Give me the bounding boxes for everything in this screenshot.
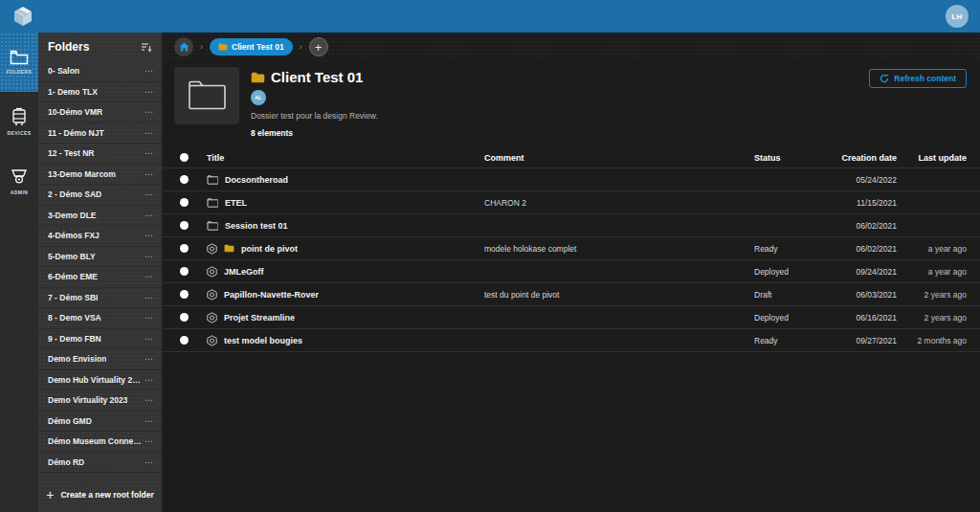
devices-icon	[11, 107, 28, 126]
app-logo-cube-icon[interactable]	[11, 4, 36, 29]
app-root: LH FOLDERS DEVICES	[0, 0, 980, 512]
sidebar-folder-label: Demo Virtuality 2023	[48, 395, 127, 405]
table-row[interactable]: Papillon-Navette-Rover test du point de …	[163, 283, 980, 306]
sidebar-folder-item[interactable]: 5-Demo BLY ⋯	[38, 247, 162, 268]
sidebar-folder-label: 1- Demo TLX	[48, 87, 98, 97]
sidebar-folder-item[interactable]: 4-Démos FXJ ⋯	[38, 226, 162, 247]
sidebar-folder-item[interactable]: 8 - Demo VSA ⋯	[38, 308, 162, 329]
folder-options-icon[interactable]: ⋯	[145, 87, 154, 97]
row-checkbox[interactable]	[180, 290, 189, 299]
folder-options-icon[interactable]: ⋯	[145, 334, 154, 344]
breadcrumb-add-button[interactable]: +	[309, 37, 328, 56]
sidebar-folder-item[interactable]: Démo Museum Connection ⋯	[38, 432, 162, 453]
folder-options-icon[interactable]: ⋯	[145, 313, 154, 323]
row-status: Ready	[754, 244, 836, 254]
folder-options-icon[interactable]: ⋯	[145, 293, 154, 302]
sidebar-folder-item[interactable]: 12 - Test NR ⋯	[38, 144, 162, 165]
sidebar-folder-item[interactable]: 13-Demo Marcom ⋯	[38, 165, 162, 186]
sidebar-folder-item[interactable]: Demo Envision ⋯	[38, 349, 162, 370]
table-row[interactable]: Docsontheroad 05/24/2022	[163, 168, 980, 191]
folder-title: Client Test 01	[271, 69, 363, 85]
folder-options-icon[interactable]: ⋯	[145, 354, 154, 364]
row-creation-date: 06/02/2021	[836, 244, 908, 254]
folder-options-icon[interactable]: ⋯	[145, 457, 154, 467]
sidebar-folder-item[interactable]: Demo Virtuality 2023 ⋯	[38, 390, 162, 412]
column-header-creation-date[interactable]: Creation date	[836, 153, 908, 163]
sidebar-folder-item[interactable]: 7 - Démo SBI ⋯	[38, 288, 162, 309]
sidebar-folder-item[interactable]: 3-Demo DLE ⋯	[38, 206, 162, 227]
row-last-update: a year ago	[908, 244, 980, 254]
folder-options-icon[interactable]: ⋯	[145, 375, 154, 385]
folder-options-icon[interactable]: ⋯	[145, 416, 154, 426]
table-row[interactable]: test model bougies Ready 09/27/2021 2 mo…	[163, 329, 980, 352]
folder-description: Dossier test pour la design Review.	[251, 111, 858, 121]
refresh-content-button[interactable]: Refresh content	[869, 69, 967, 88]
row-checkbox[interactable]	[180, 313, 189, 322]
refresh-label: Refresh content	[894, 74, 956, 83]
create-root-folder-button[interactable]: + Create a new root folder	[46, 487, 154, 502]
breadcrumb-home-button[interactable]	[174, 37, 193, 56]
folder-options-icon[interactable]: ⋯	[145, 436, 154, 446]
sidebar-folder-label: 3-Demo DLE	[48, 211, 97, 220]
sidebar-folder-item[interactable]: 11 - Démo NJT ⋯	[38, 123, 162, 145]
sidebar-folder-label: 12 - Test NR	[48, 148, 95, 158]
row-checkbox[interactable]	[180, 175, 189, 184]
sidebar-folder-item[interactable]: 2 - Démo SAD ⋯	[38, 185, 162, 206]
folder-options-icon[interactable]: ⋯	[145, 107, 154, 117]
folder-options-icon[interactable]: ⋯	[145, 231, 154, 240]
row-checkbox[interactable]	[180, 267, 189, 276]
sidebar-folder-item[interactable]: Démo RD ⋯	[38, 453, 162, 474]
sidebar-folder-item[interactable]: 0- Salon ⋯	[38, 61, 162, 82]
sidebar-folder-item[interactable]: 10-Démo VMR ⋯	[38, 102, 162, 123]
admin-icon	[10, 167, 29, 186]
sidebar-header: Folders	[38, 33, 162, 61]
user-avatar[interactable]: LH	[946, 5, 969, 28]
column-header-comment[interactable]: Comment	[484, 153, 754, 163]
sidebar-folder-label: 2 - Démo SAD	[48, 189, 101, 199]
folder-options-icon[interactable]: ⋯	[145, 252, 154, 261]
sidebar-folder-item[interactable]: 1- Demo TLX ⋯	[38, 82, 162, 103]
row-checkbox[interactable]	[180, 198, 189, 207]
rail-item-folders[interactable]: FOLDERS	[0, 33, 38, 92]
folder-options-icon[interactable]: ⋯	[145, 148, 154, 158]
row-checkbox[interactable]	[180, 221, 189, 230]
column-header-last-update[interactable]: Last update	[908, 153, 980, 163]
sidebar-footer: + Create a new root folder	[38, 478, 162, 512]
table-row[interactable]: point de pivot modele holokase complet R…	[163, 237, 980, 260]
sort-icon[interactable]	[141, 42, 152, 53]
rail-item-devices[interactable]: DEVICES	[0, 92, 38, 151]
folders-icon	[10, 50, 29, 65]
sidebar-folder-item[interactable]: Démo GMD ⋯	[38, 412, 162, 433]
table-row[interactable]: Session test 01 06/02/2021	[163, 214, 980, 237]
sidebar-folder-label: 7 - Démo SBI	[48, 293, 98, 302]
sidebar-title: Folders	[48, 40, 89, 54]
sidebar-folder-item[interactable]: Demo Hub Virtuality 2023 ⋯	[38, 370, 162, 391]
row-checkbox[interactable]	[180, 244, 189, 253]
folder-options-icon[interactable]: ⋯	[145, 128, 154, 138]
owner-avatar-badge[interactable]: AL	[251, 90, 266, 105]
table-row[interactable]: ETEL CHARON 2 11/15/2021	[163, 191, 980, 214]
sidebar-folder-item[interactable]: 9 - Demo FBN ⋯	[38, 329, 162, 350]
column-header-status[interactable]: Status	[754, 153, 836, 163]
row-title: JMLeGoff	[224, 267, 264, 277]
sidebar-folder-label: 11 - Démo NJT	[48, 128, 104, 138]
row-creation-date: 11/15/2021	[836, 198, 908, 208]
select-all-checkbox[interactable]	[180, 153, 189, 162]
folder-options-icon[interactable]: ⋯	[145, 189, 154, 199]
folder-options-icon[interactable]: ⋯	[145, 169, 154, 179]
table-row[interactable]: Projet Streamline Deployed 06/16/2021 2 …	[163, 306, 980, 329]
table-row[interactable]: JMLeGoff Deployed 09/24/2021 a year ago	[163, 260, 980, 283]
folder-options-icon[interactable]: ⋯	[145, 66, 154, 76]
rail-item-admin[interactable]: ADMIN	[0, 151, 38, 211]
folder-options-icon[interactable]: ⋯	[145, 211, 154, 220]
row-checkbox[interactable]	[180, 336, 189, 345]
sidebar-folder-item[interactable]: 6-Démo EME ⋯	[38, 267, 162, 288]
folder-options-icon[interactable]: ⋯	[145, 395, 154, 405]
breadcrumb-current-folder[interactable]: Client Test 01	[210, 38, 293, 56]
column-header-title[interactable]: Title	[207, 153, 484, 163]
folder-icon	[207, 175, 218, 185]
sidebar-folder-label: 13-Demo Marcom	[48, 169, 116, 179]
model-icon	[207, 289, 217, 301]
sidebar-folder-label: 5-Demo BLY	[48, 252, 96, 261]
folder-options-icon[interactable]: ⋯	[145, 272, 154, 281]
